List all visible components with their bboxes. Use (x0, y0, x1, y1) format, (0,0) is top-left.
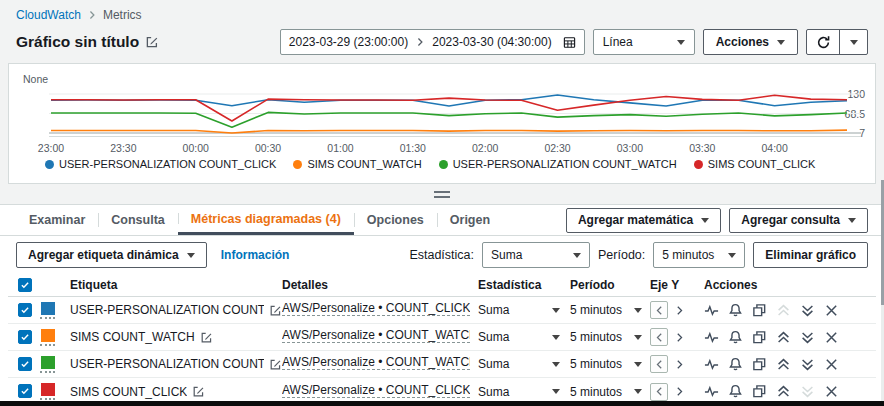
row-statistic-dropdown[interactable]: Suma (478, 303, 570, 317)
metric-details[interactable]: AWS/Personalize • COUNT_WATCH • EventAt (282, 355, 470, 370)
date-range-chevron-icon (415, 37, 425, 47)
edit-label-icon[interactable] (192, 385, 205, 398)
y-axis-right-button[interactable] (670, 355, 688, 373)
chart-card: None 13068.57 23:0023:3000:0000:3001:000… (8, 63, 876, 184)
add-math-button[interactable]: Agregar matemática (566, 208, 721, 233)
info-link[interactable]: Información (221, 248, 290, 262)
metric-details[interactable]: AWS/Personalize • COUNT_WATCH • EventAt (282, 328, 470, 343)
resize-handle[interactable] (434, 191, 450, 198)
move-up-icon[interactable] (776, 357, 791, 372)
move-down-icon[interactable] (800, 303, 815, 318)
move-up-icon[interactable] (776, 384, 791, 399)
y-axis-right-button[interactable] (670, 383, 688, 401)
actions-button[interactable]: Acciones (703, 29, 798, 55)
row-checkbox[interactable] (18, 303, 32, 317)
graph-metric-icon[interactable] (704, 384, 719, 399)
y-axis-right-button[interactable] (670, 328, 688, 346)
metric-label: SIMS COUNT_WATCH (70, 330, 195, 344)
title-row: Gráfico sin título 2023-03-29 (23:00:00)… (16, 28, 868, 56)
move-up-icon[interactable] (776, 303, 791, 318)
statistic-select[interactable]: Suma (482, 242, 590, 268)
row-period-dropdown[interactable]: 5 minutos (570, 330, 650, 344)
edit-label-icon[interactable] (269, 358, 282, 371)
add-dynamic-label-button[interactable]: Agregar etiqueta dinámica (16, 242, 207, 268)
refresh-button[interactable] (807, 30, 839, 54)
graph-metric-icon[interactable] (704, 357, 719, 372)
tab-examinar[interactable]: Examinar (16, 205, 98, 235)
edit-title-icon[interactable] (145, 35, 159, 49)
metrics-line-chart[interactable] (49, 90, 861, 140)
remove-metric-icon[interactable] (824, 303, 839, 318)
chart-type-select[interactable]: Línea (593, 29, 695, 55)
legend-item[interactable]: SIMS COUNT_WATCH (293, 158, 421, 170)
date-range-start: 2023-03-29 (23:00:00) (289, 35, 408, 49)
y-axis-left-button[interactable] (650, 355, 668, 373)
period-select[interactable]: 5 minutos (653, 242, 745, 268)
chevron-down-icon (848, 218, 856, 223)
move-down-icon[interactable] (800, 357, 815, 372)
legend-item[interactable]: USER-PERSONALIZATION COUNT_CLICK (45, 158, 276, 170)
statistic-value: Suma (491, 248, 522, 262)
edit-label-icon[interactable] (269, 304, 282, 317)
duplicate-icon[interactable] (752, 384, 767, 399)
chevron-down-icon (701, 218, 709, 223)
chart-area: 13068.57 23:0023:3000:0000:3001:0001:300… (9, 90, 865, 154)
duplicate-icon[interactable] (752, 357, 767, 372)
graph-metric-icon[interactable] (704, 303, 719, 318)
x-tick-label: 03:30 (689, 142, 715, 154)
series-color-swatch (41, 383, 55, 396)
y-axis-left-button[interactable] (650, 301, 668, 319)
row-checkbox[interactable] (18, 357, 32, 371)
create-alarm-icon[interactable] (728, 384, 743, 399)
y-axis-right-button[interactable] (670, 301, 688, 319)
create-alarm-icon[interactable] (728, 303, 743, 318)
move-down-icon[interactable] (800, 330, 815, 345)
metric-details[interactable]: AWS/Personalize • COUNT_CLICK • EventAtt… (282, 383, 470, 398)
tab-opciones[interactable]: Opciones (354, 205, 437, 235)
chevron-down-icon (634, 308, 642, 313)
remove-metric-icon[interactable] (824, 384, 839, 399)
remove-metric-icon[interactable] (824, 357, 839, 372)
row-checkbox[interactable] (18, 330, 32, 344)
chevron-down-icon (634, 362, 642, 367)
legend-color-dot (293, 160, 302, 169)
row-statistic-dropdown[interactable]: Suma (478, 330, 570, 344)
metric-details[interactable]: AWS/Personalize • COUNT_CLICK • EventAtt… (282, 301, 470, 316)
duplicate-icon[interactable] (752, 303, 767, 318)
row-statistic-dropdown[interactable]: Suma (478, 385, 570, 399)
row-period-dropdown[interactable]: 5 minutos (570, 385, 650, 399)
legend-item[interactable]: SIMS COUNT_CLICK (694, 158, 816, 170)
row-statistic-dropdown[interactable]: Suma (478, 357, 570, 371)
create-alarm-icon[interactable] (728, 330, 743, 345)
row-checkbox[interactable] (18, 384, 32, 398)
legend-item[interactable]: USER-PERSONALIZATION COUNT_WATCH (439, 158, 677, 170)
row-period-dropdown[interactable]: 5 minutos (570, 357, 650, 371)
date-range-picker[interactable]: 2023-03-29 (23:00:00) 2023-03-30 (04:30:… (280, 29, 585, 55)
series-color-picker[interactable] (40, 302, 55, 319)
y-axis-left-button[interactable] (650, 328, 668, 346)
refresh-options-button[interactable] (839, 30, 867, 54)
graph-metric-icon[interactable] (704, 330, 719, 345)
series-color-swatch (41, 356, 55, 369)
tab-m-tricas-diagramadas-4[interactable]: Métricas diagramadas (4) (178, 205, 354, 235)
add-dynamic-label-text: Agregar etiqueta dinámica (28, 248, 179, 262)
move-down-icon[interactable] (800, 384, 815, 399)
remove-metric-icon[interactable] (824, 330, 839, 345)
series-color-picker[interactable] (40, 356, 55, 373)
move-up-icon[interactable] (776, 330, 791, 345)
breadcrumb-metrics: Metrics (103, 8, 142, 22)
create-alarm-icon[interactable] (728, 357, 743, 372)
select-all-checkbox[interactable] (18, 278, 32, 292)
actions-column-header: Acciones (704, 278, 876, 292)
tab-origen[interactable]: Origen (437, 205, 503, 235)
duplicate-icon[interactable] (752, 330, 767, 345)
edit-label-icon[interactable] (200, 331, 213, 344)
series-color-picker[interactable] (40, 329, 55, 346)
add-query-button[interactable]: Agregar consulta (729, 208, 868, 233)
row-period-dropdown[interactable]: 5 minutos (570, 303, 650, 317)
series-color-picker[interactable] (40, 383, 55, 400)
y-axis-left-button[interactable] (650, 383, 668, 401)
delete-graph-button[interactable]: Eliminar gráfico (753, 242, 868, 268)
tab-consulta[interactable]: Consulta (98, 205, 177, 235)
breadcrumb-cloudwatch-link[interactable]: CloudWatch (16, 8, 81, 22)
